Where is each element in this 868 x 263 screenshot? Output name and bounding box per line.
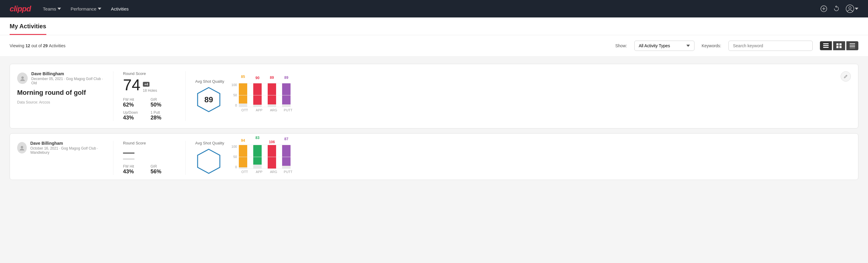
svg-point-16 <box>21 146 23 148</box>
hexagon-1: 89 <box>195 86 222 113</box>
show-label: Show: <box>615 43 627 48</box>
activity-card-1: Dave Billingham December 05, 2021 · Gog … <box>10 64 858 128</box>
activity-type-dropdown[interactable]: All Activity Types <box>634 40 694 51</box>
bars-1: 85 90 <box>239 83 290 107</box>
card-user-2: Dave Billingham October 16, 2021 · Gog M… <box>17 141 103 155</box>
score-badge-1: +4 <box>143 82 150 87</box>
quality-title-1: Avg Shot Quality <box>195 79 224 84</box>
nav-teams[interactable]: Teams <box>43 6 61 11</box>
round-score-label-2: Round Score <box>123 141 176 145</box>
svg-rect-13 <box>850 48 855 48</box>
bar-app-1: 90 <box>253 76 262 107</box>
compact-view-button[interactable] <box>846 41 858 50</box>
bar-ott-2: 94 <box>239 139 247 169</box>
page-title-container: My Activities <box>10 18 46 35</box>
user-date-2: October 16, 2021 · Gog Magog Golf Club ·… <box>30 146 103 155</box>
view-toggles <box>820 41 858 50</box>
svg-rect-6 <box>836 43 839 46</box>
bar-putt-1: 89 <box>282 76 290 107</box>
hexagon-score-1: 89 <box>205 95 213 105</box>
user-name-2: Dave Billingham <box>30 141 103 146</box>
svg-point-14 <box>21 77 24 79</box>
page-title: My Activities <box>10 23 46 30</box>
card-quality-1: Avg Shot Quality 89 100 50 0 <box>186 71 841 121</box>
round-score-label-1: Round Score <box>123 71 176 76</box>
svg-rect-7 <box>839 43 841 46</box>
card-stats-1: Round Score 74 +4 18 Holes FW Hit 62% GI… <box>114 71 186 121</box>
activity-title-1: Morning round of golf <box>17 89 103 96</box>
user-name-1: Dave Billingham <box>31 71 103 76</box>
search-input[interactable] <box>728 40 813 51</box>
user-date-1: December 05, 2021 · Gog Magog Golf Club … <box>31 77 103 85</box>
stat-updown: Up/Down 43% <box>123 111 148 121</box>
keywords-label: Keywords: <box>702 43 721 48</box>
svg-rect-4 <box>823 45 829 46</box>
main-header: clippd Teams Performance Activities <box>0 0 868 18</box>
svg-rect-5 <box>823 47 829 48</box>
avatar-1 <box>17 72 28 84</box>
header-right <box>820 4 858 13</box>
bar-chart-2: 100 50 0 94 <box>231 142 841 174</box>
sub-header: My Activities <box>0 18 868 35</box>
holes-label-1: 18 Holes <box>143 88 157 93</box>
nav-performance[interactable]: Performance <box>71 6 101 11</box>
x-labels-2: OTT APP ARG PUTT <box>241 170 841 174</box>
quality-section-1: Avg Shot Quality 89 <box>195 79 224 113</box>
card-quality-2: Avg Shot Quality 100 50 0 <box>186 141 851 175</box>
main-nav: Teams Performance Activities <box>43 6 129 11</box>
bar-chart-1: 100 50 0 85 <box>231 81 831 112</box>
stats-grid-2: FW Hit 43% GIR 56% <box>123 164 176 175</box>
svg-rect-10 <box>850 43 855 44</box>
logo[interactable]: clippd <box>10 4 31 13</box>
svg-rect-12 <box>850 46 855 47</box>
activity-card-2: Dave Billingham October 16, 2021 · Gog M… <box>10 133 858 180</box>
viewing-text: Viewing 12 out of 29 Activities <box>10 43 608 48</box>
svg-rect-9 <box>839 46 841 48</box>
bar-ott-1: 85 <box>239 75 247 107</box>
x-labels-1: OTT APP ARG PUTT <box>241 108 831 112</box>
round-score-num-1: 74 <box>123 77 141 93</box>
content-area: Dave Billingham December 05, 2021 · Gog … <box>0 57 868 192</box>
stat-1putt: 1 Putt 28% <box>151 111 176 121</box>
svg-marker-17 <box>197 149 220 173</box>
bar-arg-2: 106 <box>268 140 276 169</box>
round-score-container-2: — <box>123 147 176 159</box>
list-view-button[interactable] <box>820 41 832 50</box>
stat-fw-hit: FW Hit 62% <box>123 97 148 108</box>
quality-section-2: Avg Shot Quality <box>195 141 224 175</box>
stat-fw-hit-2: FW Hit 43% <box>123 164 148 175</box>
data-source-1: Data Source: Arccos <box>17 100 103 105</box>
avatar-2 <box>17 142 27 153</box>
bar-putt-2: 87 <box>282 137 290 169</box>
round-score-container-1: 74 +4 18 Holes <box>123 77 176 93</box>
nav-activities[interactable]: Activities <box>111 6 129 11</box>
hexagon-2 <box>195 148 222 175</box>
user-info-2: Dave Billingham October 16, 2021 · Gog M… <box>30 141 103 155</box>
stat-gir: GIR 50% <box>151 97 176 108</box>
svg-point-2 <box>849 7 851 9</box>
card-user-1: Dave Billingham December 05, 2021 · Gog … <box>17 71 103 85</box>
svg-rect-8 <box>836 46 839 48</box>
header-left: clippd Teams Performance Activities <box>10 4 129 13</box>
stat-gir-2: GIR 56% <box>151 164 176 175</box>
svg-rect-3 <box>823 43 829 44</box>
svg-rect-11 <box>850 45 855 46</box>
round-score-num-2: — <box>123 147 134 159</box>
grid-view-button[interactable] <box>833 41 845 50</box>
toolbar: Viewing 12 out of 29 Activities Show: Al… <box>0 35 868 57</box>
quality-title-2: Avg Shot Quality <box>195 141 224 145</box>
edit-button-1[interactable] <box>841 71 851 82</box>
card-stats-2: Round Score — FW Hit 43% GIR 56% <box>114 141 186 175</box>
refresh-icon[interactable] <box>833 5 840 12</box>
user-info-1: Dave Billingham December 05, 2021 · Gog … <box>31 71 103 85</box>
bar-app-2: 83 <box>253 136 262 169</box>
user-avatar[interactable] <box>846 4 858 13</box>
card-left-2: Dave Billingham October 16, 2021 · Gog M… <box>17 141 114 175</box>
stats-grid-1: FW Hit 62% GIR 50% Up/Down 43% 1 Putt 28… <box>123 97 176 121</box>
card-left-1: Dave Billingham December 05, 2021 · Gog … <box>17 71 114 121</box>
add-icon[interactable] <box>820 5 827 12</box>
bar-arg-1: 89 <box>268 76 276 107</box>
bars-2: 94 83 <box>239 145 290 169</box>
